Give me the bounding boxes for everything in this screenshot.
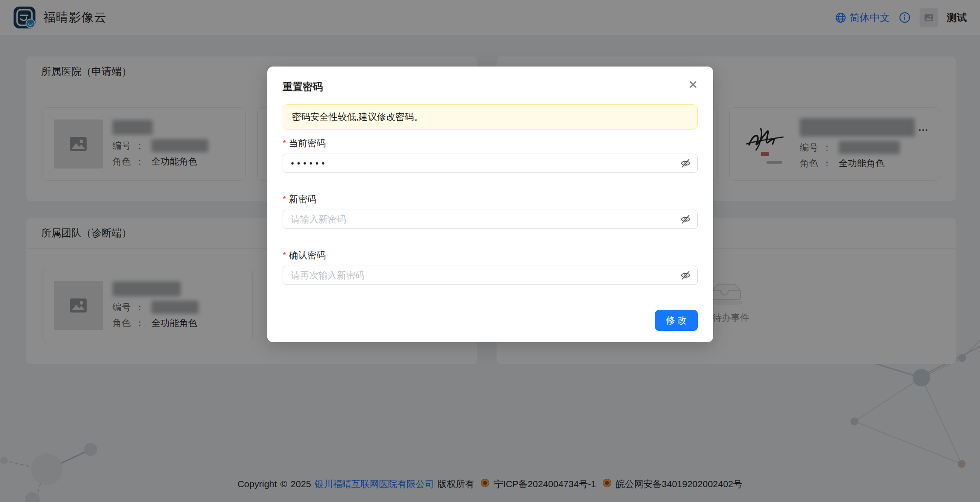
new-password-wrap [283, 210, 698, 229]
eye-invisible-icon[interactable] [680, 270, 691, 281]
password-warning-alert: 密码安全性较低,建议修改密码。 [283, 104, 698, 130]
current-password-wrap [283, 154, 698, 173]
current-password-label: * 当前密码 [283, 136, 698, 150]
current-password-input[interactable] [283, 154, 698, 173]
new-password-input[interactable] [283, 210, 698, 229]
new-password-label: * 新密码 [283, 192, 698, 206]
eye-invisible-icon[interactable] [680, 214, 691, 225]
reset-password-modal: 重置密码 ✕ 密码安全性较低,建议修改密码。 * 当前密码 [267, 67, 713, 342]
required-mark: * [283, 248, 286, 262]
app-root: 福晴影像云 简体中文 [0, 0, 980, 502]
confirm-password-wrap [283, 266, 698, 285]
field-label-text: 新密码 [289, 192, 316, 206]
submit-button[interactable]: 修 改 [655, 310, 698, 331]
required-mark: * [283, 192, 286, 206]
required-mark: * [283, 136, 286, 150]
close-icon[interactable]: ✕ [684, 76, 702, 94]
modal-title: 重置密码 [283, 80, 698, 94]
field-label-text: 确认密码 [289, 248, 326, 262]
current-password-item: * 当前密码 [283, 136, 698, 173]
confirm-password-label: * 确认密码 [283, 248, 698, 262]
field-label-text: 当前密码 [289, 136, 326, 150]
confirm-password-input[interactable] [283, 266, 698, 285]
confirm-password-item: * 确认密码 [283, 248, 698, 285]
modal-footer: 修 改 [283, 310, 698, 331]
new-password-item: * 新密码 [283, 192, 698, 229]
eye-invisible-icon[interactable] [680, 158, 691, 169]
